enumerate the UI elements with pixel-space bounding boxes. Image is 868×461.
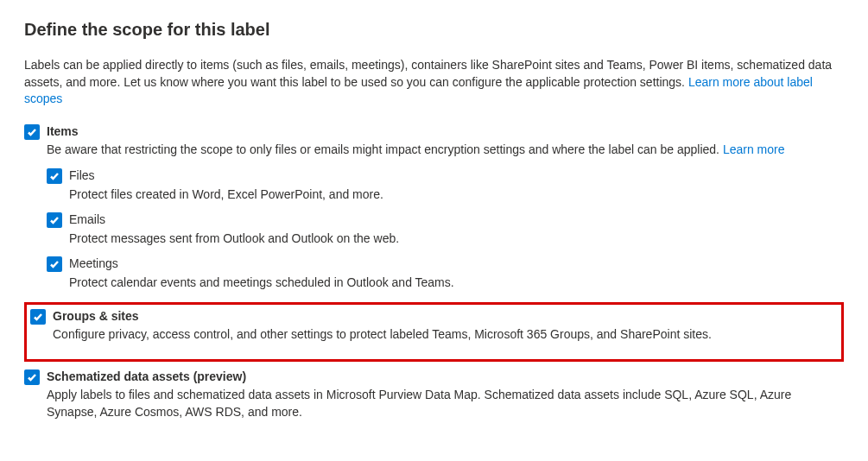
meetings-label: Meetings — [69, 256, 118, 273]
checkmark-icon — [49, 171, 60, 181]
files-label: Files — [69, 167, 95, 185]
groups-label: Groups & sites — [53, 308, 139, 325]
meetings-description: Protect calendar events and meetings sch… — [69, 275, 844, 292]
files-description: Protect files created in Word, Excel Pow… — [69, 186, 844, 204]
schematized-checkbox[interactable] — [24, 369, 40, 385]
checkmark-icon — [33, 312, 43, 322]
checkmark-icon — [27, 127, 37, 137]
scope-schematized-section: Schematized data assets (preview) Apply … — [24, 369, 844, 421]
checkmark-icon — [27, 372, 37, 382]
groups-description: Configure privacy, access control, and o… — [53, 326, 836, 344]
emails-label: Emails — [69, 212, 105, 229]
emails-checkbox[interactable] — [47, 212, 62, 228]
files-checkbox[interactable] — [47, 168, 62, 184]
schematized-label: Schematized data assets (preview) — [47, 369, 246, 386]
meetings-checkbox[interactable] — [47, 256, 62, 272]
items-checkbox[interactable] — [24, 124, 40, 140]
scope-emails-subsection: Emails Protect messages sent from Outloo… — [47, 212, 844, 247]
items-description: Be aware that restricting the scope to o… — [47, 142, 844, 159]
scope-groups-section: Groups & sites Configure privacy, access… — [24, 302, 844, 362]
items-label: Items — [47, 123, 79, 141]
schematized-description: Apply labels to files and schematized da… — [47, 387, 844, 420]
emails-description: Protect messages sent from Outlook and O… — [69, 230, 844, 248]
scope-meetings-subsection: Meetings Protect calendar events and mee… — [47, 256, 844, 291]
page-heading: Define the scope for this label — [24, 17, 844, 41]
scope-items-section: Items Be aware that restricting the scop… — [24, 123, 844, 292]
checkmark-icon — [49, 259, 60, 269]
groups-checkbox[interactable] — [30, 309, 46, 325]
items-learn-more-link[interactable]: Learn more — [723, 142, 785, 156]
checkmark-icon — [49, 215, 60, 225]
scope-files-subsection: Files Protect files created in Word, Exc… — [47, 167, 844, 203]
intro-paragraph: Labels can be applied directly to items … — [24, 57, 844, 108]
